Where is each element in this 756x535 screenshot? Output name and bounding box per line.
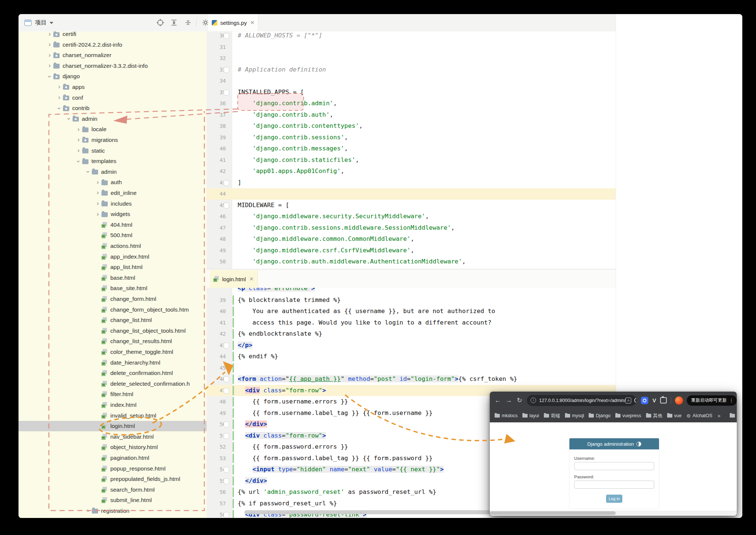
tree-item-conf[interactable]: ›conf [19, 92, 207, 103]
tree-item-base_site.html[interactable]: base_site.html [19, 283, 207, 294]
bookmark-Django[interactable]: Django [589, 413, 611, 418]
chevron-down-icon[interactable]: › [47, 73, 53, 80]
tree-item-base.html[interactable]: base.html [19, 273, 207, 283]
chevron-down-icon[interactable]: › [76, 157, 82, 165]
fold-marker-icon[interactable] [224, 67, 229, 73]
password-field[interactable] [574, 481, 654, 489]
tree-item-certifi[interactable]: ›certifi [19, 31, 207, 39]
chevron-right-icon[interactable]: › [75, 147, 82, 153]
tree-item-widgets[interactable]: ›widgets [19, 209, 207, 220]
restart-update-button[interactable]: 重新启动即可更新 ⋮ [687, 395, 737, 406]
log-in-button[interactable]: Log in [606, 495, 622, 503]
bookmark-mysql[interactable]: mysql [565, 413, 584, 418]
tree-item-change_form_object_tools.htm[interactable]: change_form_object_tools.htm [19, 304, 207, 315]
tree-item-django[interactable]: ›django [19, 71, 207, 82]
browser-scrollbar-thumb[interactable] [490, 511, 616, 515]
theme-toggle-icon[interactable] [636, 442, 641, 446]
site-info-icon[interactable]: i [531, 398, 536, 403]
fold-marker-icon[interactable] [224, 422, 229, 428]
bookmark-vuepress[interactable]: vuepress [615, 413, 641, 418]
chevron-right-icon[interactable]: › [75, 136, 82, 143]
tree-item-popup_response.html[interactable]: popup_response.html [19, 463, 207, 474]
tree-item-500.html[interactable]: 500.html [19, 230, 207, 241]
bookmark-AIchatOS[interactable]: ⚙AIchatOS [686, 413, 712, 419]
fold-marker-icon[interactable] [224, 388, 229, 394]
chevron-right-icon[interactable]: › [75, 126, 82, 132]
tree-item-charset_normalizer[interactable]: ›charset_normalizer [19, 50, 207, 61]
tree-item-submit_line.html[interactable]: submit_line.html [19, 495, 207, 506]
extensions-puzzle-icon[interactable] [660, 397, 667, 403]
expand-all-icon[interactable] [170, 19, 178, 27]
tree-item-delete_selected_confirmation.h[interactable]: delete_selected_confirmation.h [19, 379, 207, 389]
tree-item-app_list.html[interactable]: app_list.html [19, 262, 207, 273]
tree-item-change_list_results.html[interactable]: change_list_results.html [19, 336, 207, 347]
tree-item-nav_sidebar.html[interactable]: nav_sidebar.html [19, 432, 207, 442]
chevron-right-icon[interactable]: › [46, 41, 53, 47]
fold-marker-icon[interactable] [224, 90, 229, 96]
fold-marker-icon[interactable] [224, 433, 229, 439]
tree-item-login.html[interactable]: login.html [19, 421, 207, 432]
tree-item-filter.html[interactable]: filter.html [19, 389, 207, 400]
url-text[interactable]: 127.0.0.1:8000/admin/login/?next=/admin/ [539, 398, 625, 403]
browser-scrollbar-track[interactable] [490, 511, 737, 516]
fold-marker-icon[interactable] [224, 478, 229, 484]
chevron-right-icon[interactable]: › [94, 200, 101, 206]
chevron-down-icon[interactable] [50, 22, 53, 24]
zoom-icon[interactable] [634, 398, 636, 403]
tree-item-includes[interactable]: ›includes [19, 198, 207, 209]
back-icon[interactable]: ← [495, 397, 501, 404]
tree-item-locale[interactable]: ›locale [19, 124, 207, 135]
chevron-right-icon[interactable]: › [46, 52, 53, 58]
reload-icon[interactable]: ↻ [517, 396, 522, 404]
locate-file-icon[interactable] [156, 19, 164, 27]
tree-item-actions.html[interactable]: actions.html [19, 241, 207, 252]
tree-item-migrations[interactable]: ›migrations [19, 135, 207, 146]
collapse-all-icon[interactable] [184, 19, 192, 27]
extension-badge-icon[interactable] [641, 397, 648, 404]
chevron-down-icon[interactable]: › [66, 115, 72, 123]
tree-item-search_form.html[interactable]: search_form.html [19, 485, 207, 495]
close-icon[interactable]: ✕ [250, 20, 255, 26]
forward-icon[interactable]: → [506, 397, 512, 404]
tree-item-contrib[interactable]: ›contrib [19, 103, 207, 114]
browser-menu-icon[interactable]: ⋮ [729, 398, 734, 403]
chevron-down-icon[interactable]: › [56, 104, 63, 112]
tree-item-static[interactable]: ›static [19, 145, 207, 156]
fold-marker-icon[interactable] [224, 180, 229, 186]
bookmark-其他[interactable]: 其他 [646, 413, 662, 419]
tree-item-app_index.html[interactable]: app_index.html [19, 251, 207, 262]
tab-login-html[interactable]: login.html ✕ [210, 270, 258, 288]
tree-item-change_list.html[interactable]: change_list.html [19, 315, 207, 326]
profile-avatar[interactable] [675, 396, 683, 405]
tree-item-prepopulated_fields_js.html[interactable]: prepopulated_fields_js.html [19, 474, 207, 485]
chevron-right-icon[interactable]: › [56, 94, 63, 100]
chevron-right-icon[interactable]: › [94, 179, 101, 185]
bookmarks-overflow-icon[interactable]: » [717, 413, 720, 419]
fold-marker-icon[interactable] [224, 467, 229, 473]
tree-item-change_list_object_tools.html[interactable]: change_list_object_tools.html [19, 326, 207, 336]
tree-item-color_theme_toggle.html[interactable]: color_theme_toggle.html [19, 347, 207, 358]
address-bar[interactable]: i 127.0.0.1:8000/admin/login/?next=/admi… [527, 395, 636, 406]
tree-item-registration[interactable]: ›registration [19, 506, 207, 516]
fold-marker-icon[interactable] [224, 343, 229, 349]
chevron-down-icon[interactable]: › [85, 168, 91, 176]
tree-item-index.html[interactable]: index.html [19, 400, 207, 411]
v-extension-icon[interactable]: V [652, 397, 656, 403]
project-tree[interactable]: ›certifi›certifi-2024.2.2.dist-info›char… [19, 31, 207, 518]
tree-item-change_form.html[interactable]: change_form.html [19, 294, 207, 305]
chevron-right-icon[interactable]: › [46, 31, 53, 37]
chevron-right-icon[interactable]: › [56, 83, 63, 90]
tree-item-auth[interactable]: ›auth [19, 177, 207, 188]
tree-item-templates[interactable]: ›templates [19, 156, 207, 167]
fold-marker-icon[interactable] [224, 33, 229, 39]
chevron-right-icon[interactable]: › [84, 507, 92, 514]
chevron-right-icon[interactable]: › [94, 189, 101, 196]
bookmark-mkdocs[interactable]: mkdocs [495, 413, 518, 418]
tree-item-charset_normalizer-3.3.2.dist-info[interactable]: ›charset_normalizer-3.3.2.dist-info [19, 61, 207, 72]
fold-marker-icon[interactable] [224, 376, 229, 382]
chevron-right-icon[interactable]: › [94, 211, 101, 217]
bookmark-layui[interactable]: layui [522, 413, 539, 418]
tree-item-invalid_setup.html[interactable]: invalid_setup.html [19, 410, 207, 421]
tree-item-certifi-2024.2.2.dist-info[interactable]: ›certifi-2024.2.2.dist-info [19, 39, 207, 50]
settings-editor[interactable]: 30# ALLOWED_HOSTS = ["*"]313233# Applica… [207, 31, 616, 269]
